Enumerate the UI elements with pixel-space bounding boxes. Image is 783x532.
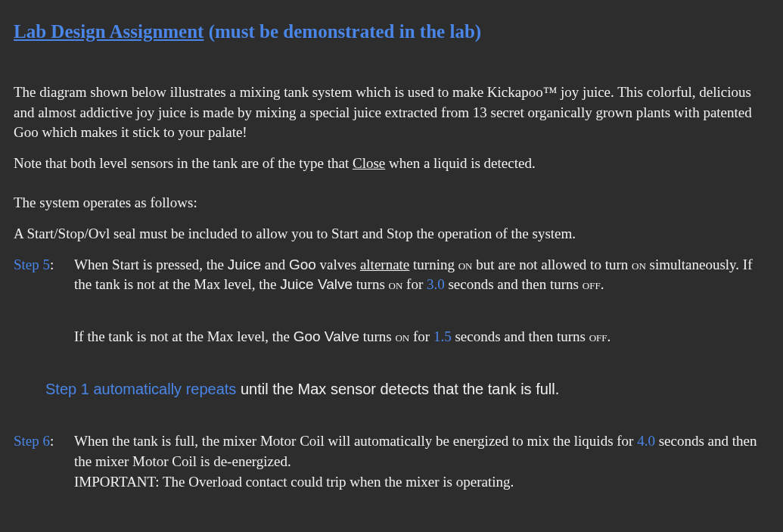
s5-on4: on: [395, 328, 409, 344]
title-sub: (must be demonstrated in the lab): [204, 21, 481, 42]
s5-on2: on: [632, 257, 646, 272]
step-5-name: Step 5: [14, 257, 50, 272]
s6-num: 4.0: [637, 433, 655, 449]
s5-alternate: alternate: [360, 257, 409, 272]
step-5-row: Step 5: When Start is pressed, the Juice…: [14, 255, 769, 347]
s5-t5: but are not allowed to turn: [472, 257, 632, 272]
s5-num-a: 3.0: [427, 276, 445, 292]
page-title: Lab Design Assignment (must be demonstra…: [14, 18, 769, 45]
step-6-name: Step 6: [14, 433, 50, 449]
note-post: when a liquid is detected.: [385, 155, 535, 171]
title-main: Lab Design Assignment: [14, 21, 204, 42]
s5-t8: for: [402, 276, 427, 292]
step-5-label: Step 5:: [14, 255, 74, 275]
s5-s2a: If the tank is not at the Max level, the: [74, 328, 294, 344]
step-5-sub: If the tank is not at the Max level, the…: [74, 327, 769, 347]
repeat-b: until the: [236, 381, 297, 397]
s5-s2b: turns: [359, 328, 396, 344]
step-6-label: Step 6:: [14, 431, 74, 452]
s5-num-b: 1.5: [433, 328, 452, 344]
s5-s2c: for: [409, 328, 433, 344]
repeat-max: Max: [298, 381, 327, 397]
s5-t9: seconds and then turns: [445, 276, 583, 292]
repeat-blue: Step 1 automatically repeats: [45, 381, 236, 397]
intro-paragraph: The diagram shown below illustrates a mi…: [14, 82, 769, 143]
s5-t3: valves: [316, 257, 360, 272]
step-6-body: When the tank is full, the mixer Motor C…: [74, 431, 769, 492]
s5-on1: on: [458, 257, 473, 272]
intro-text-a: The diagram shown below illustrates a mi…: [14, 84, 543, 100]
s5-t1: When Start is pressed, the: [74, 257, 228, 272]
operates-paragraph: The system operates as follows:: [14, 193, 769, 213]
s5-t4: turning: [409, 257, 458, 272]
s5-goo: Goo: [289, 257, 316, 272]
s5-t2: and: [261, 257, 289, 272]
s5-off1: off: [583, 276, 601, 292]
s5-off2: off: [589, 328, 607, 344]
step-6-row: Step 6: When the tank is full, the mixer…: [14, 431, 769, 492]
s6-t1: When the tank is full, the mixer Motor C…: [74, 433, 637, 449]
note-close-underlined: Close: [353, 155, 385, 171]
step-repeat-line: Step 1 automatically repeats until the M…: [45, 378, 769, 400]
s5-s2d: seconds and then turns: [452, 328, 589, 344]
s5-on3: on: [389, 276, 403, 292]
s6-important: IMPORTANT: The Overload contact could tr…: [74, 474, 514, 490]
document-page: Lab Design Assignment (must be demonstra…: [0, 0, 783, 522]
s5-t7: turns: [353, 276, 389, 292]
note-pre: Note that both level sensors in the tank…: [14, 155, 353, 171]
note-paragraph: Note that both level sensors in the tank…: [14, 154, 769, 174]
trademark-symbol: ™: [543, 84, 558, 100]
s5-juice-valve: Juice Valve: [280, 276, 353, 292]
step-5-colon: :: [50, 257, 54, 272]
repeat-c: sensor detects that the tank is full.: [326, 381, 559, 397]
s5-s2e: .: [607, 328, 611, 344]
step-5-body: When Start is pressed, the Juice and Goo…: [74, 255, 769, 347]
s5-juice: Juice: [228, 257, 261, 272]
step-6-colon: :: [50, 433, 54, 449]
s5-t10: .: [601, 276, 604, 292]
s5-goo-valve: Goo Valve: [294, 328, 359, 344]
startstop-paragraph: A Start/Stop/Ovl seal must be included t…: [14, 224, 769, 244]
